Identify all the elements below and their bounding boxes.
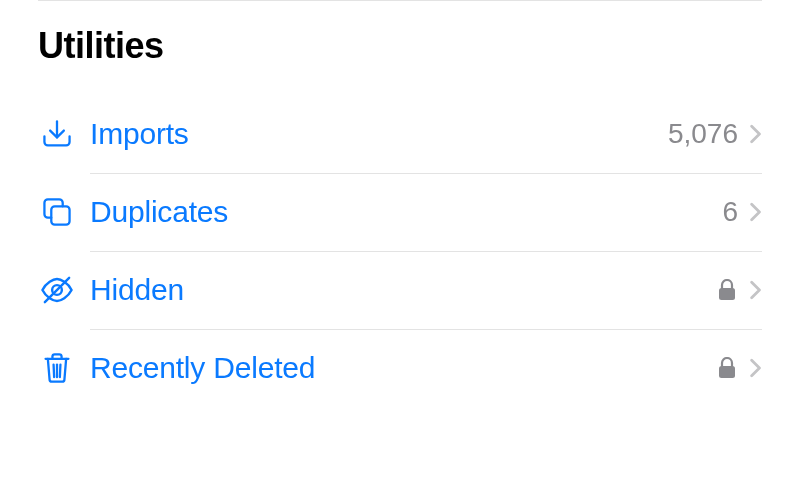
section-divider <box>38 0 762 1</box>
import-icon <box>38 115 76 153</box>
duplicates-icon <box>38 193 76 231</box>
list-item-imports[interactable]: Imports 5,076 <box>38 95 762 173</box>
chevron-right-icon <box>748 122 762 146</box>
svg-rect-3 <box>719 288 735 300</box>
chevron-right-icon <box>748 278 762 302</box>
item-label: Hidden <box>90 273 716 307</box>
lock-icon <box>716 277 738 303</box>
list-item-duplicates[interactable]: Duplicates 6 <box>38 173 762 251</box>
item-label: Imports <box>90 117 668 151</box>
hidden-icon <box>38 271 76 309</box>
list-item-hidden[interactable]: Hidden <box>38 251 762 329</box>
item-label: Duplicates <box>90 195 722 229</box>
chevron-right-icon <box>748 200 762 224</box>
chevron-right-icon <box>748 356 762 380</box>
svg-rect-0 <box>51 206 69 224</box>
utilities-list: Imports 5,076 Duplicates 6 <box>38 95 762 407</box>
svg-rect-7 <box>719 366 735 378</box>
svg-line-6 <box>60 365 61 378</box>
svg-line-4 <box>54 365 55 378</box>
section-title: Utilities <box>38 25 762 67</box>
lock-icon <box>716 355 738 381</box>
item-label: Recently Deleted <box>90 351 716 385</box>
item-count: 6 <box>722 196 738 228</box>
item-count: 5,076 <box>668 118 738 150</box>
trash-icon <box>38 349 76 387</box>
list-item-recently-deleted[interactable]: Recently Deleted <box>38 329 762 407</box>
